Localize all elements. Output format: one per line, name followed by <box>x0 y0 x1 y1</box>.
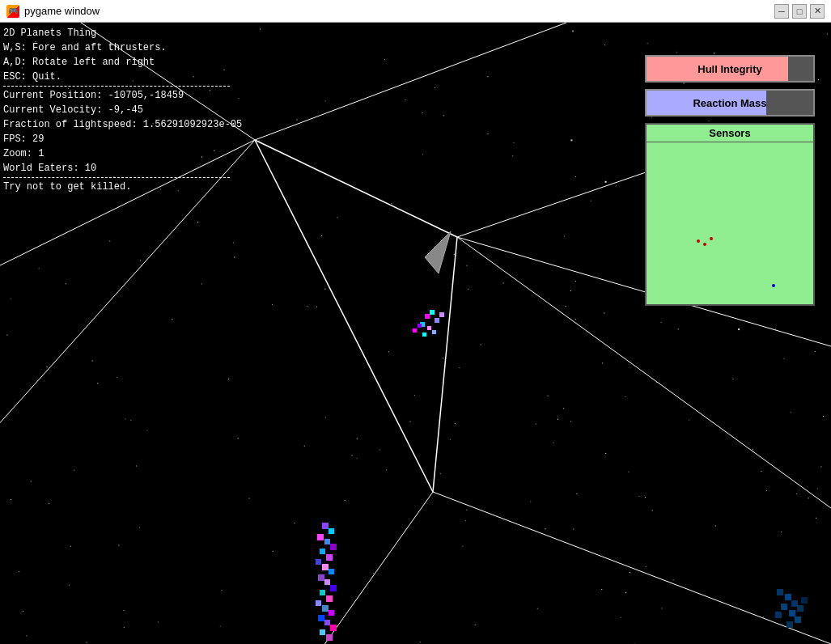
sensor-dot-2 <box>710 237 713 240</box>
sensor-dot-1 <box>703 243 706 246</box>
sensor-dot-3 <box>772 284 775 287</box>
window-title: pygame window <box>24 5 100 17</box>
hud-right: Hull Integrity Reaction Mass Sensors <box>645 55 815 306</box>
reaction-mass-bar: Reaction Mass <box>645 89 815 117</box>
close-button[interactable]: ✕ <box>810 4 825 19</box>
minimize-button[interactable]: ─ <box>774 4 789 19</box>
title-bar-left: 🎮 pygame window <box>6 5 100 18</box>
title-bar-controls[interactable]: ─ □ ✕ <box>774 4 825 19</box>
reaction-mass-label: Reaction Mass <box>693 97 766 109</box>
app-icon: 🎮 <box>6 5 19 18</box>
maximize-button[interactable]: □ <box>792 4 807 19</box>
hull-integrity-label: Hull Integrity <box>697 63 761 75</box>
sensor-dot-0 <box>697 239 700 243</box>
hull-integrity-bar: Hull Integrity <box>645 55 815 83</box>
sensors-box: Sensors <box>645 123 815 306</box>
sensors-body <box>647 142 813 304</box>
title-bar: 🎮 pygame window ─ □ ✕ <box>0 0 831 23</box>
sensors-header: Sensors <box>647 125 813 142</box>
game-window[interactable]: 2D Planets Thing W,S: Fore and aft thrus… <box>0 23 831 644</box>
